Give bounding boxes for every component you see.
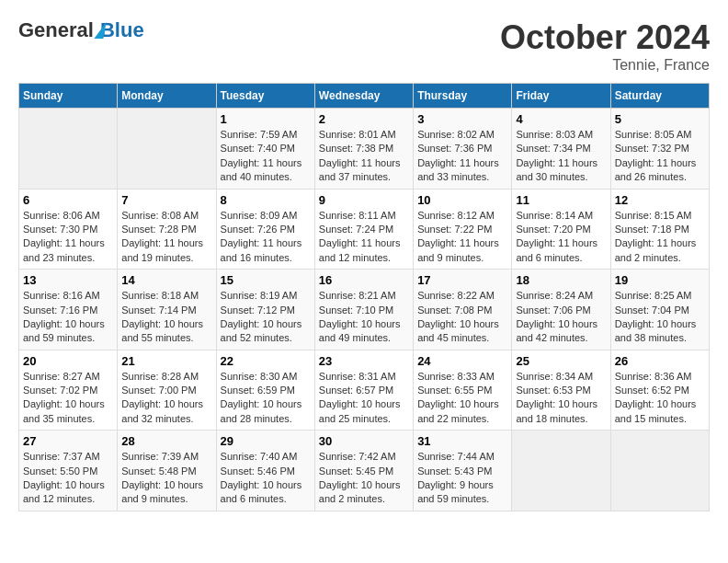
month-title: October 2024 bbox=[500, 18, 710, 57]
day-number: 6 bbox=[23, 193, 113, 207]
day-number: 14 bbox=[121, 273, 211, 287]
calendar-cell: 28Sunrise: 7:39 AM Sunset: 5:48 PM Dayli… bbox=[118, 431, 216, 511]
day-info: Sunrise: 7:42 AM Sunset: 5:45 PM Dayligh… bbox=[319, 450, 409, 507]
day-info: Sunrise: 8:27 AM Sunset: 7:02 PM Dayligh… bbox=[23, 370, 113, 427]
location: Tennie, France bbox=[500, 57, 710, 74]
calendar-cell: 15Sunrise: 8:19 AM Sunset: 7:12 PM Dayli… bbox=[216, 270, 314, 350]
day-number: 13 bbox=[23, 273, 113, 287]
page-header: General Blue October 2024 Tennie, France bbox=[18, 18, 710, 74]
calendar-cell: 23Sunrise: 8:31 AM Sunset: 6:57 PM Dayli… bbox=[314, 350, 413, 431]
calendar-header-row: SundayMondayTuesdayWednesdayThursdayFrid… bbox=[19, 84, 710, 109]
calendar-cell: 17Sunrise: 8:22 AM Sunset: 7:08 PM Dayli… bbox=[414, 270, 512, 350]
logo-general-text: General bbox=[18, 18, 94, 42]
day-info: Sunrise: 8:19 AM Sunset: 7:12 PM Dayligh… bbox=[221, 289, 311, 346]
day-info: Sunrise: 8:24 AM Sunset: 7:06 PM Dayligh… bbox=[516, 289, 606, 346]
calendar-cell: 24Sunrise: 8:33 AM Sunset: 6:55 PM Dayli… bbox=[414, 350, 512, 431]
calendar-cell: 5Sunrise: 8:05 AM Sunset: 7:32 PM Daylig… bbox=[610, 109, 709, 190]
calendar-week-row: 1Sunrise: 7:59 AM Sunset: 7:40 PM Daylig… bbox=[19, 109, 710, 190]
day-number: 3 bbox=[417, 112, 507, 126]
day-number: 27 bbox=[23, 434, 113, 448]
calendar-week-row: 6Sunrise: 8:06 AM Sunset: 7:30 PM Daylig… bbox=[19, 189, 710, 270]
day-info: Sunrise: 8:02 AM Sunset: 7:36 PM Dayligh… bbox=[417, 128, 507, 185]
day-info: Sunrise: 7:40 AM Sunset: 5:46 PM Dayligh… bbox=[221, 450, 311, 507]
calendar-week-row: 13Sunrise: 8:16 AM Sunset: 7:16 PM Dayli… bbox=[19, 270, 710, 350]
logo: General Blue bbox=[18, 18, 144, 42]
calendar-cell: 10Sunrise: 8:12 AM Sunset: 7:22 PM Dayli… bbox=[414, 189, 512, 270]
calendar-cell: 11Sunrise: 8:14 AM Sunset: 7:20 PM Dayli… bbox=[512, 189, 610, 270]
day-number: 18 bbox=[516, 273, 606, 287]
calendar-cell: 20Sunrise: 8:27 AM Sunset: 7:02 PM Dayli… bbox=[19, 350, 118, 431]
logo-blue-text: Blue bbox=[100, 18, 144, 42]
day-number: 25 bbox=[516, 354, 606, 368]
day-number: 29 bbox=[221, 434, 311, 448]
day-of-week-header: Saturday bbox=[610, 84, 709, 109]
calendar-cell: 16Sunrise: 8:21 AM Sunset: 7:10 PM Dayli… bbox=[314, 270, 413, 350]
day-of-week-header: Friday bbox=[512, 84, 610, 109]
day-info: Sunrise: 8:31 AM Sunset: 6:57 PM Dayligh… bbox=[319, 370, 409, 427]
calendar-cell: 7Sunrise: 8:08 AM Sunset: 7:28 PM Daylig… bbox=[118, 189, 216, 270]
calendar-cell: 31Sunrise: 7:44 AM Sunset: 5:43 PM Dayli… bbox=[414, 431, 512, 511]
calendar-cell: 30Sunrise: 7:42 AM Sunset: 5:45 PM Dayli… bbox=[314, 431, 413, 511]
day-number: 9 bbox=[319, 193, 409, 207]
day-number: 19 bbox=[615, 273, 705, 287]
calendar-cell: 8Sunrise: 8:09 AM Sunset: 7:26 PM Daylig… bbox=[216, 189, 314, 270]
calendar-cell: 19Sunrise: 8:25 AM Sunset: 7:04 PM Dayli… bbox=[610, 270, 709, 350]
day-of-week-header: Sunday bbox=[19, 84, 118, 109]
day-number: 12 bbox=[615, 193, 705, 207]
day-info: Sunrise: 8:16 AM Sunset: 7:16 PM Dayligh… bbox=[23, 289, 113, 346]
day-number: 8 bbox=[221, 193, 311, 207]
day-of-week-header: Tuesday bbox=[216, 84, 314, 109]
day-number: 16 bbox=[319, 273, 409, 287]
day-number: 1 bbox=[221, 112, 311, 126]
calendar-cell: 12Sunrise: 8:15 AM Sunset: 7:18 PM Dayli… bbox=[610, 189, 709, 270]
day-info: Sunrise: 8:06 AM Sunset: 7:30 PM Dayligh… bbox=[23, 209, 113, 266]
day-number: 31 bbox=[417, 434, 507, 448]
day-info: Sunrise: 8:05 AM Sunset: 7:32 PM Dayligh… bbox=[615, 128, 705, 185]
day-info: Sunrise: 7:37 AM Sunset: 5:50 PM Dayligh… bbox=[23, 450, 113, 507]
calendar-cell: 22Sunrise: 8:30 AM Sunset: 6:59 PM Dayli… bbox=[216, 350, 314, 431]
day-of-week-header: Wednesday bbox=[314, 84, 413, 109]
calendar-cell: 13Sunrise: 8:16 AM Sunset: 7:16 PM Dayli… bbox=[19, 270, 118, 350]
day-info: Sunrise: 8:33 AM Sunset: 6:55 PM Dayligh… bbox=[417, 370, 507, 427]
day-info: Sunrise: 8:21 AM Sunset: 7:10 PM Dayligh… bbox=[319, 289, 409, 346]
title-block: October 2024 Tennie, France bbox=[500, 18, 710, 74]
day-info: Sunrise: 7:59 AM Sunset: 7:40 PM Dayligh… bbox=[221, 128, 311, 185]
day-number: 7 bbox=[121, 193, 211, 207]
day-of-week-header: Thursday bbox=[414, 84, 512, 109]
calendar-cell: 26Sunrise: 8:36 AM Sunset: 6:52 PM Dayli… bbox=[610, 350, 709, 431]
day-number: 5 bbox=[615, 112, 705, 126]
calendar-table: SundayMondayTuesdayWednesdayThursdayFrid… bbox=[18, 83, 710, 511]
day-info: Sunrise: 8:34 AM Sunset: 6:53 PM Dayligh… bbox=[516, 370, 606, 427]
day-number: 2 bbox=[319, 112, 409, 126]
day-info: Sunrise: 8:30 AM Sunset: 6:59 PM Dayligh… bbox=[221, 370, 311, 427]
day-info: Sunrise: 8:12 AM Sunset: 7:22 PM Dayligh… bbox=[417, 209, 507, 266]
calendar-cell: 14Sunrise: 8:18 AM Sunset: 7:14 PM Dayli… bbox=[118, 270, 216, 350]
day-number: 28 bbox=[121, 434, 211, 448]
day-info: Sunrise: 7:44 AM Sunset: 5:43 PM Dayligh… bbox=[417, 450, 507, 507]
day-number: 21 bbox=[121, 354, 211, 368]
day-number: 26 bbox=[615, 354, 705, 368]
day-info: Sunrise: 8:22 AM Sunset: 7:08 PM Dayligh… bbox=[417, 289, 507, 346]
day-number: 15 bbox=[221, 273, 311, 287]
calendar-cell bbox=[610, 431, 709, 511]
day-info: Sunrise: 8:03 AM Sunset: 7:34 PM Dayligh… bbox=[516, 128, 606, 185]
day-number: 30 bbox=[319, 434, 409, 448]
day-info: Sunrise: 8:18 AM Sunset: 7:14 PM Dayligh… bbox=[121, 289, 211, 346]
day-info: Sunrise: 8:11 AM Sunset: 7:24 PM Dayligh… bbox=[319, 209, 409, 266]
calendar-cell: 27Sunrise: 7:37 AM Sunset: 5:50 PM Dayli… bbox=[19, 431, 118, 511]
day-number: 4 bbox=[516, 112, 606, 126]
day-number: 10 bbox=[417, 193, 507, 207]
calendar-cell bbox=[19, 109, 118, 190]
day-info: Sunrise: 8:28 AM Sunset: 7:00 PM Dayligh… bbox=[121, 370, 211, 427]
calendar-cell: 3Sunrise: 8:02 AM Sunset: 7:36 PM Daylig… bbox=[414, 109, 512, 190]
day-number: 20 bbox=[23, 354, 113, 368]
day-info: Sunrise: 8:14 AM Sunset: 7:20 PM Dayligh… bbox=[516, 209, 606, 266]
day-info: Sunrise: 7:39 AM Sunset: 5:48 PM Dayligh… bbox=[121, 450, 211, 507]
calendar-cell: 6Sunrise: 8:06 AM Sunset: 7:30 PM Daylig… bbox=[19, 189, 118, 270]
day-number: 23 bbox=[319, 354, 409, 368]
day-number: 17 bbox=[417, 273, 507, 287]
day-info: Sunrise: 8:09 AM Sunset: 7:26 PM Dayligh… bbox=[221, 209, 311, 266]
calendar-cell: 9Sunrise: 8:11 AM Sunset: 7:24 PM Daylig… bbox=[314, 189, 413, 270]
day-of-week-header: Monday bbox=[118, 84, 216, 109]
day-info: Sunrise: 8:36 AM Sunset: 6:52 PM Dayligh… bbox=[615, 370, 705, 427]
